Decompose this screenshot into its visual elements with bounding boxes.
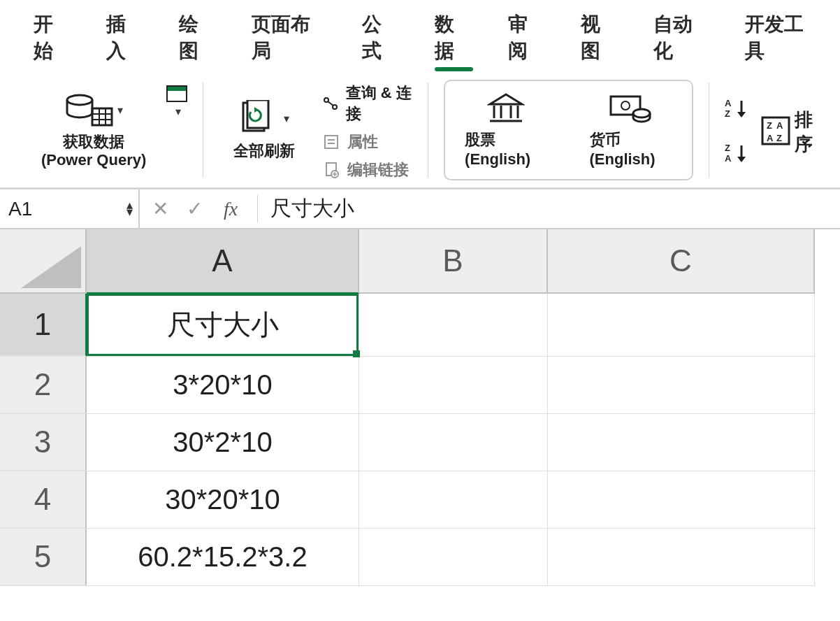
svg-point-0 <box>67 95 92 105</box>
ribbon-tab-0[interactable]: 开始 <box>34 11 71 69</box>
edit-links-icon <box>322 161 340 179</box>
get-data-button[interactable]: ▾ 获取数据 (Power Query) <box>34 80 154 180</box>
column-header-C[interactable]: C <box>548 229 815 294</box>
cell-B2[interactable] <box>359 357 548 414</box>
sort-descending-button[interactable]: Z A <box>725 143 748 166</box>
ribbon-tab-5[interactable]: 数据 <box>435 11 472 69</box>
formula-input[interactable]: 尺寸大小 <box>262 190 840 228</box>
refresh-all-button[interactable]: ▾ 全部刷新 <box>219 80 310 180</box>
link-icon <box>322 94 339 113</box>
ribbon-tab-8[interactable]: 自动化 <box>653 11 710 69</box>
cell-B4[interactable] <box>359 471 548 529</box>
separator <box>257 195 258 222</box>
cell-C5[interactable] <box>548 529 815 586</box>
name-box-stepper[interactable]: ▴▾ <box>126 202 133 216</box>
sort-ascending-button[interactable]: A Z <box>725 98 748 122</box>
queries-label: 查询 & 连接 <box>346 83 413 124</box>
ribbon-tab-7[interactable]: 视图 <box>581 11 618 69</box>
sort-dialog-button[interactable]: Z A A Z 排序 <box>761 80 820 180</box>
ribbon-tab-2[interactable]: 绘图 <box>179 11 217 69</box>
svg-text:A: A <box>776 120 783 131</box>
ribbon-body: ▾ 获取数据 (Power Query) ▾ ▾ 全部刷新 <box>0 74 840 187</box>
ribbon-tab-9[interactable]: 开发工具 <box>745 11 820 69</box>
svg-rect-12 <box>325 136 338 148</box>
cell-A5[interactable]: 60.2*15.2*3.2 <box>87 529 359 586</box>
row-header-2[interactable]: 2 <box>0 357 87 414</box>
cell-A1[interactable]: 尺寸大小 <box>87 294 359 357</box>
refresh-icon: ▾ <box>239 99 289 138</box>
column-header-B[interactable]: B <box>359 229 548 294</box>
cell-C1[interactable] <box>548 294 815 357</box>
name-box[interactable]: A1 ▴▾ <box>0 190 140 228</box>
column-headers: ABC <box>87 229 840 294</box>
cell-A3[interactable]: 30*2*10 <box>87 414 359 471</box>
ribbon-tab-1[interactable]: 插入 <box>106 11 144 69</box>
sort-asc-icon: A Z <box>725 98 748 119</box>
cell-C4[interactable] <box>548 471 815 529</box>
formula-value: 尺寸大小 <box>270 194 354 223</box>
chevron-down-icon: ▾ <box>175 105 181 118</box>
row-header-5[interactable]: 5 <box>0 529 87 586</box>
name-box-value: A1 <box>8 198 32 220</box>
queries-connections-button[interactable]: 查询 & 连接 <box>322 83 413 124</box>
properties-icon <box>322 133 340 151</box>
svg-marker-29 <box>737 112 746 117</box>
currency-label: 货币 (English) <box>590 129 672 169</box>
svg-point-24 <box>621 101 630 110</box>
row-header-1[interactable]: 1 <box>0 294 87 357</box>
database-icon: ▾ <box>64 91 123 130</box>
row-header-4[interactable]: 4 <box>0 471 87 529</box>
cells-area: 尺寸大小3*20*1030*2*1030*20*1060.2*15.2*3.2 <box>87 294 840 621</box>
svg-text:A: A <box>725 153 732 164</box>
sort-desc-icon: Z A <box>725 143 748 164</box>
svg-text:Z: Z <box>767 120 772 131</box>
stocks-label: 股票 (English) <box>465 129 547 169</box>
row-header-3[interactable]: 3 <box>0 414 87 471</box>
cell-A4[interactable]: 30*20*10 <box>87 471 359 529</box>
formula-tools: ✕ ✓ fx <box>140 190 253 228</box>
svg-line-11 <box>328 101 333 106</box>
svg-marker-33 <box>737 157 746 162</box>
data-types-group: 股票 (English) 货币 (English) <box>444 80 693 180</box>
sort-dialog-icon: Z A A Z <box>761 116 790 148</box>
cell-B3[interactable] <box>359 414 548 471</box>
from-table-button[interactable] <box>166 85 187 102</box>
properties-label: 属性 <box>347 131 378 152</box>
cell-C3[interactable] <box>548 414 815 471</box>
currency-button[interactable]: 货币 (English) <box>590 92 672 169</box>
sort-group: A Z Z A <box>725 80 748 180</box>
properties-button[interactable]: 属性 <box>322 131 413 152</box>
stocks-button[interactable]: 股票 (English) <box>465 92 547 169</box>
svg-rect-1 <box>92 108 112 125</box>
ribbon-tab-3[interactable]: 页面布局 <box>252 11 327 69</box>
row-headers: 12345 <box>0 294 87 586</box>
get-data-label: 获取数据 (Power Query) <box>38 133 150 170</box>
svg-marker-17 <box>490 94 522 104</box>
confirm-icon[interactable]: ✓ <box>187 197 203 220</box>
refresh-all-label: 全部刷新 <box>233 141 295 162</box>
fx-icon[interactable]: fx <box>221 198 240 220</box>
cell-A2[interactable]: 3*20*10 <box>87 357 359 414</box>
sort-label: 排序 <box>795 108 820 157</box>
ribbon-tab-6[interactable]: 审阅 <box>508 11 546 69</box>
spreadsheet[interactable]: ABC 12345 尺寸大小3*20*1030*2*1030*20*1060.2… <box>0 229 840 621</box>
bank-icon <box>487 92 525 125</box>
ribbon-tabs: 开始插入绘图页面布局公式数据审阅视图自动化开发工具 <box>0 0 840 74</box>
chevron-down-icon: ▾ <box>117 104 123 117</box>
chevron-down-icon: ▾ <box>284 112 289 125</box>
svg-text:Z: Z <box>725 143 730 153</box>
currency-icon <box>609 92 653 125</box>
from-table-group: ▾ <box>166 80 187 180</box>
column-header-A[interactable]: A <box>87 229 359 294</box>
ribbon-tab-4[interactable]: 公式 <box>362 11 400 69</box>
edit-links-button[interactable]: 编辑链接 <box>322 159 413 180</box>
edit-links-label: 编辑链接 <box>347 159 409 180</box>
svg-text:A: A <box>725 98 732 108</box>
select-all-corner[interactable] <box>0 229 87 294</box>
separator <box>428 83 428 178</box>
cell-C2[interactable] <box>548 357 815 414</box>
cancel-icon[interactable]: ✕ <box>152 197 168 220</box>
separator <box>709 83 709 178</box>
cell-B1[interactable] <box>359 294 548 357</box>
cell-B5[interactable] <box>359 529 548 586</box>
